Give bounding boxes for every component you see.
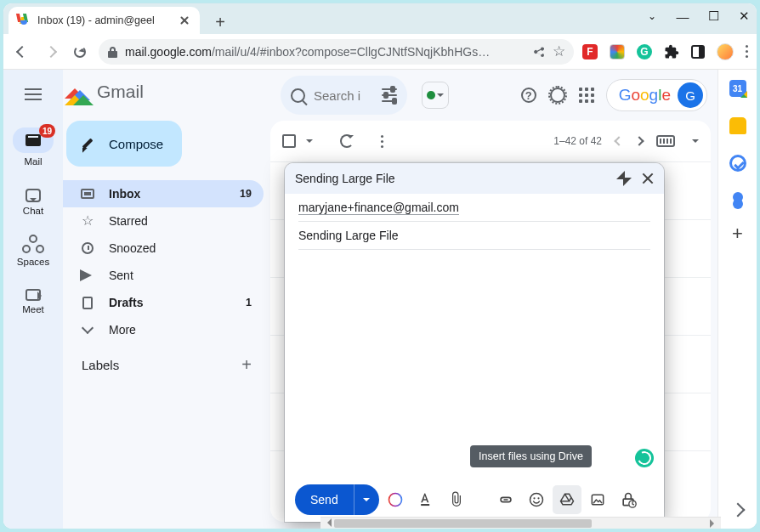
settings-button[interactable] <box>548 86 567 105</box>
sidepanel-toggle-icon[interactable] <box>691 45 705 59</box>
compose-body[interactable] <box>285 250 664 478</box>
compose-footer: Send <box>285 478 664 522</box>
tasks-icon[interactable] <box>729 155 746 172</box>
main-menu-button[interactable] <box>15 76 51 112</box>
url-box[interactable]: mail.google.com/mail/u/4/#inbox?compose=… <box>99 39 574 65</box>
input-method-caret-icon[interactable] <box>692 139 699 146</box>
star-icon[interactable]: ☆ <box>553 42 565 60</box>
support-button[interactable]: ? <box>519 86 538 105</box>
rail-spaces-label: Spaces <box>17 257 49 267</box>
new-tab-button[interactable]: + <box>208 10 232 34</box>
gear-icon <box>550 88 565 103</box>
insert-drive-icon[interactable] <box>553 485 581 514</box>
horizontal-scrollbar[interactable] <box>320 517 721 529</box>
back-button[interactable] <box>12 42 32 62</box>
send-options-icon[interactable] <box>354 484 379 515</box>
folder-snoozed[interactable]: Snoozed <box>63 235 264 262</box>
close-window-icon[interactable]: ✕ <box>736 8 751 24</box>
status-chip[interactable] <box>422 82 449 109</box>
compose-to-field[interactable]: maryjane+finance@gmail.com <box>298 194 650 222</box>
search-input[interactable] <box>314 88 373 103</box>
maximize-window-icon[interactable]: ☐ <box>706 8 721 24</box>
account-chip[interactable]: Google G <box>606 79 707 111</box>
confidential-mode-icon[interactable] <box>614 485 643 514</box>
compose-subject-field[interactable]: Sending Large File <box>298 222 650 250</box>
rail-spaces[interactable]: Spaces <box>8 235 59 267</box>
insert-emoji-icon[interactable] <box>522 485 551 514</box>
rail-chat-label: Chat <box>23 206 43 216</box>
reload-button[interactable] <box>70 42 90 62</box>
hide-sidepanel-icon[interactable] <box>730 503 745 518</box>
colorful-ext-icon[interactable] <box>610 44 625 59</box>
share-icon[interactable] <box>532 45 546 59</box>
browser-tab[interactable]: Inbox (19) - admin@geel <box>9 7 200 34</box>
folder-sent[interactable]: Sent <box>63 262 264 289</box>
input-method-icon[interactable] <box>656 135 675 147</box>
chat-icon <box>26 189 41 202</box>
chevron-down-icon <box>80 322 95 337</box>
search-options-icon[interactable] <box>382 88 397 102</box>
insert-photo-icon[interactable] <box>583 485 612 514</box>
rail-mail[interactable]: 19 Mail <box>8 127 59 167</box>
gmail-brand[interactable]: Gmail <box>63 70 264 114</box>
active-status-icon <box>427 91 435 99</box>
side-panel: 31 + <box>717 70 757 529</box>
compose-button[interactable]: Compose <box>66 121 182 167</box>
refresh-icon[interactable] <box>340 134 354 148</box>
add-label-icon[interactable]: + <box>241 355 252 375</box>
svg-point-3 <box>533 497 535 499</box>
gmail-logo-icon <box>65 82 92 102</box>
grammarly-ext-icon[interactable]: G <box>637 44 652 59</box>
prev-page-icon[interactable] <box>614 136 623 145</box>
flipboard-ext-icon[interactable]: F <box>582 44 598 59</box>
grammarly-badge-icon[interactable] <box>635 449 654 467</box>
svg-rect-1 <box>421 504 429 506</box>
folder-drafts[interactable]: Drafts 1 <box>63 289 264 316</box>
folder-inbox[interactable]: Inbox 19 <box>63 180 264 207</box>
insert-link-icon[interactable] <box>491 485 520 514</box>
folder-more[interactable]: More <box>63 316 264 343</box>
contacts-icon[interactable] <box>733 192 743 202</box>
formatting-icon[interactable] <box>381 485 410 514</box>
select-all-checkbox[interactable] <box>282 134 296 148</box>
get-addons-icon[interactable]: + <box>732 223 743 245</box>
fullscreen-compose-icon[interactable] <box>618 173 630 184</box>
close-compose-icon[interactable] <box>642 173 654 184</box>
extensions-icon[interactable] <box>664 44 679 59</box>
search-box[interactable] <box>281 76 407 115</box>
rail-chat[interactable]: Chat <box>8 185 59 216</box>
extension-icons: F G <box>582 43 748 60</box>
keep-icon[interactable] <box>729 117 746 134</box>
text-format-icon[interactable] <box>411 485 440 514</box>
compose-header[interactable]: Sending Large File <box>285 163 664 194</box>
send-button[interactable]: Send <box>295 484 379 515</box>
minimize-compose-icon[interactable] <box>594 173 606 184</box>
folder-starred[interactable]: ☆ Starred <box>63 207 264 235</box>
profile-avatar-icon[interactable] <box>717 43 734 60</box>
browser-menu-icon[interactable] <box>746 45 748 58</box>
rail-meet[interactable]: Meet <box>8 286 59 314</box>
scroll-left-icon[interactable] <box>320 518 334 529</box>
more-actions-icon[interactable] <box>381 135 383 148</box>
address-bar: mail.google.com/mail/u/4/#inbox?compose=… <box>3 34 757 70</box>
scroll-right-icon[interactable] <box>707 518 721 529</box>
close-tab-icon[interactable] <box>178 14 191 27</box>
url-text: mail.google.com/mail/u/4/#inbox?compose=… <box>125 45 525 59</box>
google-apps-button[interactable] <box>577 86 596 105</box>
caret-down-icon <box>437 93 444 100</box>
window-controls: ⌄ — ☐ ✕ <box>644 8 751 24</box>
forward-button[interactable] <box>41 42 61 62</box>
select-dropdown-icon[interactable] <box>306 139 313 146</box>
gmail-header: ? Google G <box>270 70 717 121</box>
minimize-window-icon[interactable]: — <box>675 8 690 24</box>
help-icon: ? <box>521 88 536 103</box>
attach-file-icon[interactable] <box>442 485 471 514</box>
next-page-icon[interactable] <box>634 136 644 145</box>
calendar-icon[interactable]: 31 <box>729 80 746 97</box>
page-info: 1–42 of 42 <box>553 135 602 147</box>
chevron-down-icon[interactable]: ⌄ <box>644 8 660 24</box>
mail-pane: ? Google G 1–42 of 42 <box>270 70 717 529</box>
meet-icon <box>26 289 41 301</box>
scrollbar-thumb[interactable] <box>334 519 592 528</box>
compose-popup: Sending Large File maryjane+finance@gmai… <box>285 163 664 522</box>
